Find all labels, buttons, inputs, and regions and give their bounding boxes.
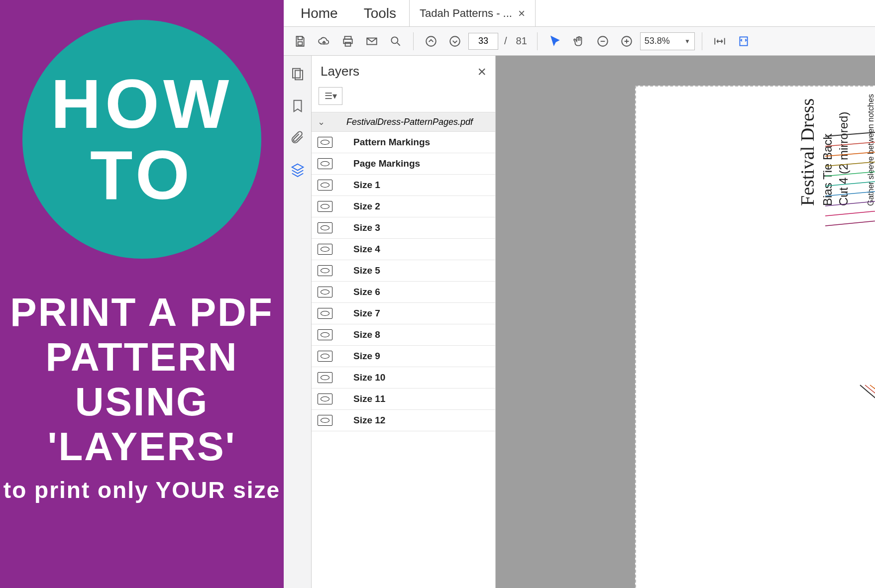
hand-tool-icon[interactable] — [568, 31, 589, 52]
layer-row[interactable]: Size 4 — [312, 239, 495, 260]
layer-row[interactable]: Size 3 — [312, 217, 495, 239]
toolbar-separator — [413, 32, 414, 50]
print-icon[interactable] — [337, 31, 358, 52]
layers-panel-title: Layers — [321, 64, 359, 79]
tab-tools[interactable]: Tools — [351, 0, 409, 26]
layer-row[interactable]: Pattern Markings — [312, 132, 495, 153]
layer-label: Size 1 — [339, 180, 380, 191]
layer-label: Pattern Markings — [339, 137, 430, 148]
layers-icon[interactable] — [290, 162, 305, 177]
eye-icon[interactable] — [318, 393, 332, 404]
promo-circle: HOW TO — [22, 20, 261, 259]
eye-icon[interactable] — [318, 180, 332, 191]
fit-page-icon[interactable] — [733, 31, 754, 52]
bookmark-icon[interactable] — [290, 98, 305, 113]
pdf-page: Festival Dress Bias Tie Back Cut 4 (2 mi… — [635, 86, 875, 588]
layers-panel: Layers × ☰▾ ⌄ FestivalDress-PatternPages… — [312, 56, 496, 588]
layers-file-row[interactable]: ⌄ FestivalDress-PatternPages.pdf — [312, 112, 495, 132]
fit-width-icon[interactable] — [709, 31, 730, 52]
layers-options-button[interactable]: ☰▾ — [319, 87, 342, 105]
layers-filename: FestivalDress-PatternPages.pdf — [330, 117, 489, 127]
page-up-icon[interactable] — [421, 31, 441, 52]
tab-document[interactable]: Tadah Patterns - ... × — [409, 0, 536, 26]
layer-row[interactable]: Size 10 — [312, 367, 495, 389]
layer-row[interactable]: Size 11 — [312, 389, 495, 410]
layer-label: Size 2 — [339, 201, 380, 212]
svg-rect-0 — [298, 42, 303, 45]
layer-row[interactable]: Size 7 — [312, 303, 495, 324]
layer-label: Size 5 — [339, 265, 380, 276]
eye-icon[interactable] — [318, 137, 332, 148]
layer-row[interactable]: Size 6 — [312, 282, 495, 303]
attachment-icon[interactable] — [290, 130, 305, 145]
svg-point-6 — [426, 36, 436, 46]
zoom-out-icon[interactable] — [592, 31, 613, 52]
layer-label: Size 3 — [339, 222, 380, 233]
pattern-curves — [825, 116, 875, 566]
svg-rect-10 — [740, 37, 747, 45]
chevron-down-icon: ▼ — [684, 38, 690, 45]
layer-row[interactable]: Size 12 — [312, 410, 495, 431]
layer-label: Size 8 — [339, 329, 380, 340]
page-down-icon[interactable] — [444, 31, 465, 52]
pdf-reader-window: Home Tools Tadah Patterns - ... × / 81 5… — [284, 0, 875, 588]
page-number-input[interactable] — [468, 33, 498, 50]
zoom-value: 53.8% — [645, 36, 670, 46]
promo-line3: USING — [0, 381, 284, 423]
eye-icon[interactable] — [318, 244, 332, 255]
layer-row[interactable]: Page Markings — [312, 153, 495, 175]
page-total: 81 — [513, 35, 530, 47]
thumbnails-icon[interactable] — [290, 67, 305, 82]
eye-icon[interactable] — [318, 415, 332, 426]
eye-icon[interactable] — [318, 351, 332, 362]
svg-rect-3 — [345, 42, 351, 46]
promo-to: TO — [90, 142, 194, 208]
zoom-in-icon[interactable] — [616, 31, 637, 52]
nav-rail — [284, 56, 312, 588]
layer-label: Size 6 — [339, 287, 380, 297]
layer-label: Page Markings — [339, 158, 420, 169]
document-canvas[interactable]: Festival Dress Bias Tie Back Cut 4 (2 mi… — [496, 56, 875, 588]
layer-row[interactable]: Size 2 — [312, 196, 495, 217]
eye-icon[interactable] — [318, 329, 332, 340]
eye-icon[interactable] — [318, 201, 332, 212]
layer-label: Size 7 — [339, 308, 380, 319]
promo-how: HOW — [51, 71, 233, 137]
workarea: Layers × ☰▾ ⌄ FestivalDress-PatternPages… — [284, 56, 875, 588]
eye-icon[interactable] — [318, 265, 332, 276]
toolbar-separator — [702, 32, 702, 50]
email-icon[interactable] — [361, 31, 382, 52]
select-tool-icon[interactable] — [545, 31, 565, 52]
eye-icon[interactable] — [318, 222, 332, 233]
zoom-select[interactable]: 53.8% ▼ — [640, 32, 695, 50]
main-toolbar: / 81 53.8% ▼ — [284, 27, 875, 56]
save-icon[interactable] — [290, 31, 311, 52]
promo-sub: to print only YOUR size — [0, 477, 284, 503]
svg-point-7 — [450, 36, 460, 46]
app-tabbar: Home Tools Tadah Patterns - ... × — [284, 0, 875, 27]
eye-icon[interactable] — [318, 308, 332, 319]
layer-label: Size 4 — [339, 244, 380, 255]
eye-icon[interactable] — [318, 287, 332, 297]
close-panel-icon[interactable]: × — [477, 64, 486, 79]
layer-label: Size 12 — [339, 415, 385, 426]
layer-row[interactable]: Size 8 — [312, 324, 495, 346]
toolbar-separator — [537, 32, 538, 50]
svg-point-5 — [391, 37, 398, 43]
close-tab-icon[interactable]: × — [518, 7, 525, 19]
eye-icon[interactable] — [318, 158, 332, 169]
layer-list: Pattern MarkingsPage MarkingsSize 1Size … — [312, 132, 495, 588]
promo-line1: PRINT A PDF — [0, 292, 284, 333]
layer-row[interactable]: Size 9 — [312, 346, 495, 367]
eye-icon[interactable] — [318, 372, 332, 383]
layer-row[interactable]: Size 1 — [312, 175, 495, 196]
pattern-title: Festival Dress — [795, 94, 820, 206]
layer-label: Size 11 — [339, 393, 385, 404]
cloud-upload-icon[interactable] — [314, 31, 334, 52]
search-icon[interactable] — [385, 31, 406, 52]
tab-document-label: Tadah Patterns - ... — [420, 7, 512, 20]
promo-line4: 'LAYERS' — [0, 426, 284, 468]
promo-line2: PATTERN — [0, 336, 284, 378]
layer-row[interactable]: Size 5 — [312, 260, 495, 282]
tab-home[interactable]: Home — [288, 0, 351, 26]
